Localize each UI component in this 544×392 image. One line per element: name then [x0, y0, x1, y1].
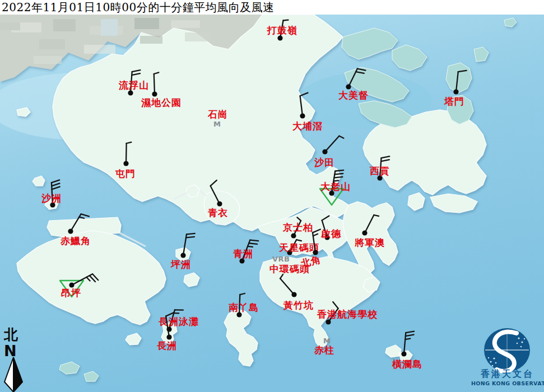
- station-label-kings-park: 京士柏: [282, 222, 313, 233]
- wind-barb-waglan-island: [405, 339, 410, 340]
- station-label-ngong-ping: 昂坪: [61, 287, 81, 298]
- station-label-lau-fau-shan: 流浮山: [118, 80, 149, 91]
- station-dot-kings-park: [291, 233, 296, 238]
- wind-barb-green-island: [250, 240, 258, 241]
- station-label-hk-sea-school: 香港航海學校: [317, 309, 378, 320]
- station-label-sha-tin: 沙田: [314, 157, 334, 168]
- station-label-tai-po-kau: 大埔滘: [292, 120, 323, 132]
- station-label-chek-lap-kok: 赤鱲角: [60, 235, 91, 246]
- station-dot-hk-sea-school: [326, 319, 331, 324]
- station-label-cheung-chau: 長洲: [157, 340, 177, 351]
- wind-barb-peng-chau: [186, 237, 194, 238]
- station-dot-tseung-kwan-o: [362, 230, 367, 235]
- station-label-stanley: 赤柱: [314, 344, 334, 356]
- station-dot-tsing-yi: [217, 201, 222, 206]
- station-dot-waglan-island: [401, 351, 406, 356]
- station-dot-tai-mei-tuk: [346, 84, 351, 89]
- station-dot-wetland-park: [152, 91, 157, 96]
- station-dot-wong-chuk-hang: [291, 292, 296, 297]
- hong-kong-wind-map: 打鼓嶺流浮山濕地公園M石崗大美督塔門大埔滘沙田西貢屯門沙洲赤鱲角青衣坪洲青洲京士…: [0, 0, 544, 392]
- wind-barb-green-island: [248, 246, 253, 247]
- compass-letter-n: N: [4, 342, 17, 360]
- map-title: 2022年11月01日10時00分的十分鐘平均風向及風速: [0, 0, 275, 15]
- station-label-sai-kung: 西貢: [369, 165, 390, 176]
- station-label-ta-kwu-ling: 打鼓嶺: [267, 25, 297, 36]
- wind-barb-green-island: [249, 243, 257, 244]
- station-dot-tuen-mun: [123, 161, 128, 166]
- station-label-tap-mun: 塔門: [444, 96, 464, 107]
- marker-stanley: M: [323, 337, 331, 345]
- station-label-wong-chuk-hang: 黃竹坑: [283, 300, 314, 311]
- wind-barb-peng-chau: [187, 234, 195, 235]
- station-label-tai-mei-tuk: 大美督: [338, 90, 369, 101]
- station-label-tuen-mun: 屯門: [115, 168, 136, 179]
- wind-staff-wetland-park: [154, 74, 155, 94]
- station-label-cheung-chau-beach: 長洲泳灘: [159, 316, 199, 327]
- station-label-sha-chau: 沙洲: [41, 193, 62, 204]
- wind-barb-tates-cairn: [334, 174, 343, 175]
- station-dot-cheung-chau: [166, 334, 171, 339]
- station-dot-ta-kwu-ling: [277, 35, 282, 40]
- station-dot-chek-lap-kok: [68, 228, 73, 234]
- station-label-tsing-yi: 青衣: [208, 207, 228, 218]
- compass-chinese-north: 北: [3, 326, 18, 343]
- station-dot-tai-po-kau: [300, 113, 305, 118]
- wind-barb-tates-cairn: [335, 170, 343, 171]
- station-label-tseung-kwan-o: 將軍澳: [354, 237, 385, 248]
- station-label-lamma-island: 南丫島: [229, 302, 259, 313]
- title-bar: 2022年11月01日10時00分的十分鐘平均風向及風速: [0, 0, 544, 15]
- station-label-wetland-park: 濕地公園: [141, 97, 182, 108]
- station-label-shek-kong: 石崗: [207, 109, 228, 120]
- station-label-green-island: 青洲: [233, 248, 253, 259]
- wind-barb-ta-kwu-ling: [283, 20, 289, 21]
- station-dot-peng-chau: [180, 253, 185, 258]
- wind-barb-tates-cairn: [334, 177, 342, 178]
- hko-logo-english-name: HONG KONG OBSERVATORY: [471, 380, 544, 386]
- station-dot-sha-tin: [322, 149, 327, 154]
- station-dot-tap-mun: [453, 89, 458, 94]
- station-label-kai-tak: 啟德: [320, 228, 341, 239]
- wind-map-page: 打鼓嶺流浮山濕地公園M石崗大美督塔門大埔滘沙田西貢屯門沙洲赤鱲角青衣坪洲青洲京士…: [0, 0, 544, 392]
- station-dot-lau-fau-shan: [128, 90, 133, 95]
- marker-central-pier: VRB: [272, 255, 290, 263]
- station-label-tates-cairn: 大老山: [320, 181, 351, 192]
- station-label-waglan-island: 橫瀾島: [392, 358, 422, 370]
- station-label-peng-chau: 坪洲: [170, 259, 191, 270]
- marker-shek-kong: M: [213, 120, 221, 128]
- hko-logo-chinese-name: 香港天文台: [480, 368, 534, 379]
- wind-staff-tuen-mun: [126, 143, 127, 164]
